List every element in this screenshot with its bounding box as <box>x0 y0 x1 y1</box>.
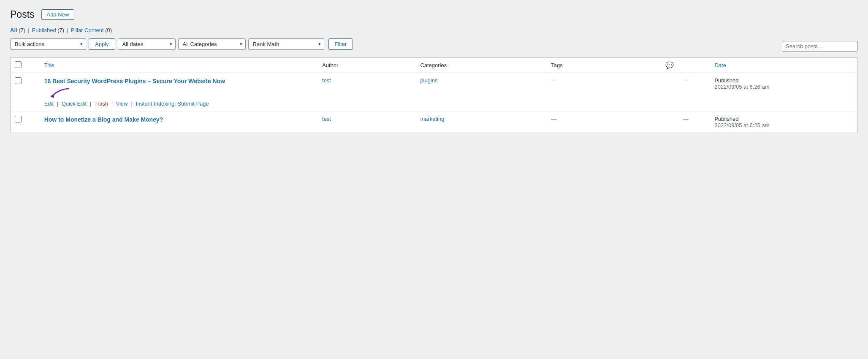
bulk-actions-dropdown-wrap: Bulk actions Edit Move to Trash ▾ <box>10 38 86 50</box>
tags-value-1: — <box>551 116 556 122</box>
filter-published[interactable]: Published (7) <box>32 27 65 33</box>
col-header-checkbox <box>11 58 40 73</box>
filter-all[interactable]: All (7) <box>10 27 25 33</box>
comments-value-1: — <box>683 116 689 122</box>
filter-pillar-link[interactable]: Pillar Content <box>71 27 104 33</box>
col-header-tags: Tags <box>547 58 661 73</box>
dates-select[interactable]: All dates September 2022 <box>118 38 176 50</box>
filter-published-link[interactable]: Published <box>32 27 56 33</box>
bulk-actions-select[interactable]: Bulk actions Edit Move to Trash <box>10 38 86 50</box>
posts-table-wrap: Title Author Categories Tags 💬 Date 16 B… <box>10 57 858 133</box>
col-header-date[interactable]: Date <box>710 58 857 73</box>
row-actions: Edit | Quick Edit | Trash | View | Insta… <box>44 101 314 107</box>
row-checkbox-1[interactable] <box>15 116 22 122</box>
author-link-0[interactable]: test <box>322 77 331 84</box>
instant-indexing-link[interactable]: Instant Indexing: Submit Page <box>136 101 209 107</box>
comments-value-0: — <box>683 77 689 84</box>
date-status-1: Published <box>714 116 738 122</box>
quick-edit-link[interactable]: Quick Edit <box>62 101 87 107</box>
rankmath-select[interactable]: Rank Math All SEO Scores <box>248 38 324 50</box>
col-header-comments: 💬 <box>661 58 710 73</box>
filter-button[interactable]: Filter <box>328 38 353 50</box>
svg-marker-0 <box>50 94 54 98</box>
post-status-filter: All (7) | Published (7) | Pillar Content… <box>10 27 858 33</box>
categories-select[interactable]: All Categories plugins marketing <box>178 38 246 50</box>
col-header-author: Author <box>318 58 416 73</box>
col-header-title[interactable]: Title <box>40 58 318 73</box>
categories-dropdown-wrap: All Categories plugins marketing ▾ <box>178 38 246 50</box>
comment-column-icon: 💬 <box>665 62 674 69</box>
col-header-categories: Categories <box>416 58 547 73</box>
add-new-button[interactable]: Add New <box>41 9 75 20</box>
date-value-0: 2022/09/05 at 6:26 am <box>714 84 769 90</box>
row-checkbox-0[interactable] <box>15 77 22 84</box>
arrow-annotation <box>48 87 70 99</box>
tags-value-0: — <box>551 77 556 84</box>
posts-table: Title Author Categories Tags 💬 Date 16 B… <box>11 58 857 133</box>
filter-all-link[interactable]: All <box>10 27 17 33</box>
select-all-checkbox[interactable] <box>15 61 22 68</box>
rankmath-dropdown-wrap: Rank Math All SEO Scores ▾ <box>248 38 324 50</box>
title-sort-link[interactable]: Title <box>44 62 54 68</box>
date-value-1: 2022/09/05 at 6:25 am <box>714 122 769 128</box>
category-link-1[interactable]: marketing <box>420 116 444 122</box>
search-posts-input[interactable] <box>782 41 858 52</box>
edit-link[interactable]: Edit <box>44 101 54 107</box>
category-link-0[interactable]: plugins <box>420 77 437 84</box>
dates-dropdown-wrap: All dates September 2022 ▾ <box>118 38 176 50</box>
date-sort-link[interactable]: Date <box>714 62 726 68</box>
apply-button[interactable]: Apply <box>89 38 115 50</box>
post-title-link-1[interactable]: How to Monetize a Blog and Make Money? <box>44 116 314 124</box>
search-area <box>782 41 858 52</box>
table-row: How to Monetize a Blog and Make Money? t… <box>11 112 857 133</box>
date-status-0: Published <box>714 77 738 84</box>
filter-bar: Bulk actions Edit Move to Trash ▾ Apply … <box>10 38 353 50</box>
page-title: Posts <box>10 8 35 21</box>
trash-link[interactable]: Trash <box>94 101 108 107</box>
table-row: 16 Best Security WordPress Plugins – Sec… <box>11 73 857 112</box>
view-link[interactable]: View <box>116 101 128 107</box>
author-link-1[interactable]: test <box>322 116 331 122</box>
filter-pillar-content[interactable]: Pillar Content (0) <box>71 27 112 33</box>
post-title-link-0[interactable]: 16 Best Security WordPress Plugins – Sec… <box>44 77 314 86</box>
